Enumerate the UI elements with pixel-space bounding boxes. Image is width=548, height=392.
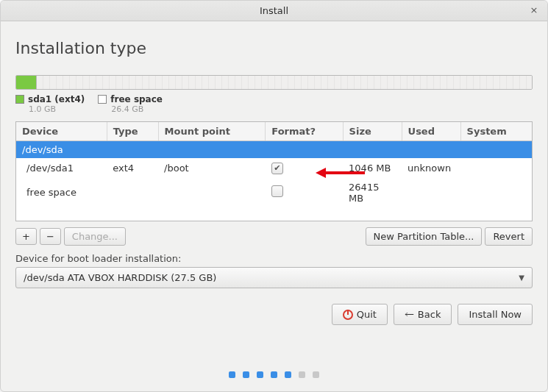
col-used[interactable]: Used [402,122,460,141]
remove-partition-button[interactable]: − [40,228,61,245]
disk-usage-bar [15,75,533,90]
install-now-button[interactable]: Install Now [458,304,533,325]
legend-item-free: free space 26.4 GB [98,94,163,114]
step-dot [257,371,263,378]
usage-seg-free [37,76,532,89]
table-row[interactable]: /dev/sda1 ext4 /boot 1046 MB unknown [16,158,532,178]
cell-size: 1046 MB [343,158,402,178]
col-format[interactable]: Format? [266,122,343,141]
step-dot [229,371,235,378]
cell-device: free space [16,178,107,207]
step-dot [271,371,277,378]
bootloader-value: /dev/sda ATA VBOX HARDDISK (27.5 GB) [24,272,216,283]
legend-item-sda1: sda1 (ext4) 1.0 GB [15,94,85,114]
table-header-row: Device Type Mount point Format? Size Use… [16,122,532,141]
add-partition-button[interactable]: + [15,228,37,245]
cell-system [460,178,532,207]
quit-button[interactable]: Quit [332,304,388,325]
arrow-left-icon: 🡐 [405,309,414,320]
legend-sda1-label: sda1 (ext4) [28,94,85,104]
usage-legend: sda1 (ext4) 1.0 GB free space 26.4 GB [15,94,533,114]
table-row[interactable]: free space 26415 MB [16,178,532,207]
cell-device: /dev/sda1 [16,158,107,178]
bootloader-device-select[interactable]: /dev/sda ATA VBOX HARDDISK (27.5 GB) ▼ [15,267,533,288]
cell-used: unknown [402,158,460,178]
swatch-empty-icon [98,95,107,104]
partition-table: Device Type Mount point Format? Size Use… [15,121,533,221]
new-partition-table-button[interactable]: New Partition Table... [366,227,483,246]
disk-device: /dev/sda [16,141,532,159]
legend-free-size: 26.4 GB [111,104,163,114]
col-device[interactable]: Device [16,122,107,141]
change-partition-button[interactable]: Change... [64,227,126,246]
back-button[interactable]: 🡐 Back [394,304,452,325]
step-dot [313,371,319,378]
col-size[interactable]: Size [343,122,402,141]
titlebar: Install × [1,1,547,21]
bootloader-label: Device for boot loader installation: [15,253,533,264]
install-window: Install × Installation type sda1 (ext4) … [0,0,548,392]
step-dot [299,371,305,378]
cell-mount: /boot [158,158,266,178]
cell-size: 26415 MB [343,178,402,207]
swatch-green-icon [15,95,24,104]
progress-dots [1,371,547,378]
step-dot [285,371,291,378]
page-title: Installation type [15,39,533,57]
back-label: Back [418,309,441,320]
chevron-down-icon: ▼ [519,274,524,282]
cell-used [402,178,460,207]
content-area: Installation type sda1 (ext4) 1.0 GB fre… [1,21,547,288]
partition-toolbar: + − Change... New Partition Table... Rev… [15,227,533,246]
legend-free-label: free space [110,94,163,104]
close-icon[interactable]: × [527,1,541,21]
quit-label: Quit [357,309,377,320]
window-title: Install [260,5,288,16]
usage-seg-sda1 [16,76,37,89]
legend-sda1-size: 1.0 GB [29,104,85,114]
cell-format[interactable] [266,158,343,178]
col-type[interactable]: Type [107,122,158,141]
cell-type [107,178,158,207]
power-icon [343,310,353,320]
cell-type: ext4 [107,158,158,178]
format-checkbox-icon[interactable] [271,163,283,174]
table-row-disk[interactable]: /dev/sda [16,141,532,159]
footer-buttons: Quit 🡐 Back Install Now [332,304,533,325]
revert-button[interactable]: Revert [485,227,533,246]
format-checkbox-icon[interactable] [271,185,283,197]
col-system[interactable]: System [460,122,532,141]
cell-format[interactable] [266,178,343,207]
step-dot [243,371,249,378]
cell-system [460,158,532,178]
col-mount[interactable]: Mount point [158,122,266,141]
cell-mount [158,178,266,207]
